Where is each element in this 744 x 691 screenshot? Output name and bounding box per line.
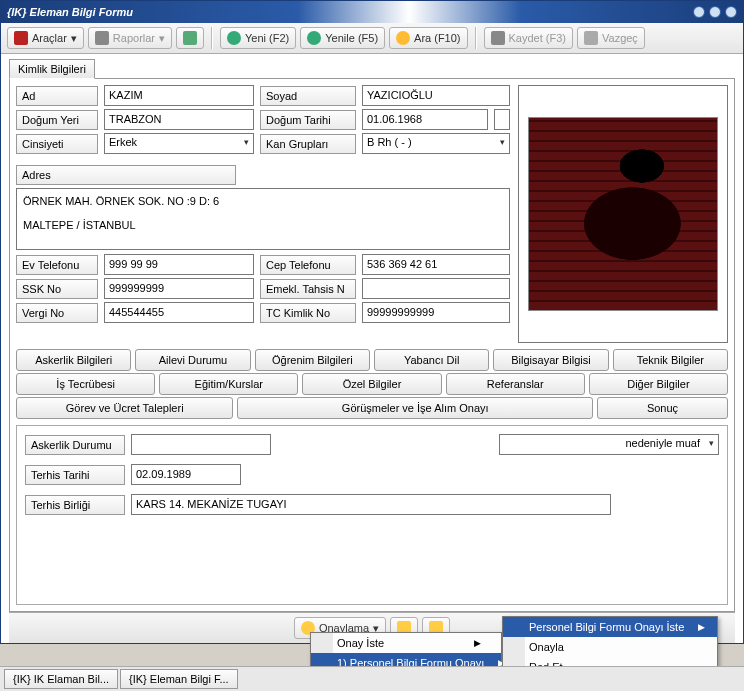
label-emekli: Emekl. Tahsis N (260, 279, 356, 299)
terhis-birligi-field[interactable]: KARS 14. MEKANİZE TUGAYI (131, 494, 611, 515)
refresh-icon (307, 31, 321, 45)
terhis-tarihi-field[interactable]: 02.09.1989 (131, 464, 241, 485)
btn-ozel[interactable]: Özel Bilgiler (302, 373, 441, 395)
btn-yabanci-dil[interactable]: Yabancı Dil (374, 349, 489, 371)
report-icon (95, 31, 109, 45)
ev-tel-field[interactable]: 999 99 99 (104, 254, 254, 275)
btn-ailevi[interactable]: Ailevi Durumu (135, 349, 250, 371)
chevron-down-icon: ▾ (159, 32, 165, 45)
cinsiyeti-select[interactable]: Erkek (104, 133, 254, 154)
titlebar: {IK} Eleman Bilgi Formu (1, 1, 743, 23)
ssk-field[interactable]: 999999999 (104, 278, 254, 299)
emekli-field[interactable] (362, 278, 510, 299)
label-ad: Ad (16, 86, 98, 106)
minimize-button[interactable] (693, 6, 705, 18)
label-cep-tel: Cep Telefonu (260, 255, 356, 275)
detail-buttons-row3: Görev ve Ücret Talepleri Görüşmeler ve İ… (16, 397, 728, 419)
adres-field[interactable]: ÖRNEK MAH. ÖRNEK SOK. NO :9 D: 6 MALTEPE… (16, 188, 510, 250)
label-cinsiyeti: Cinsiyeti (16, 134, 98, 154)
btn-gorusmeler[interactable]: Görüşmeler ve İşe Alım Onayı (237, 397, 593, 419)
label-soyad: Soyad (260, 86, 356, 106)
btn-ogrenim[interactable]: Öğrenim Bilgileri (255, 349, 370, 371)
detail-buttons-row2: İş Tecrübesi Eğitim/Kurslar Özel Bilgile… (16, 373, 728, 395)
tab-identity[interactable]: Kimlik Bilgileri (9, 59, 95, 79)
save-button[interactable]: Kaydet (F3) (484, 27, 573, 49)
tools-icon (14, 31, 28, 45)
main-toolbar: Araçlar▾ Raporlar▾ Yeni (F2) Yenile (F5)… (1, 23, 743, 54)
new-button[interactable]: Yeni (F2) (220, 27, 296, 49)
close-button[interactable] (725, 6, 737, 18)
reports-menu[interactable]: Raporlar▾ (88, 27, 172, 49)
vergi-field[interactable]: 445544455 (104, 302, 254, 323)
label-adres: Adres (16, 165, 236, 185)
label-kan-grup: Kan Grupları (260, 134, 356, 154)
label-ev-tel: Ev Telefonu (16, 255, 98, 275)
window-controls (693, 6, 737, 18)
label-ssk: SSK No (16, 279, 98, 299)
identity-panel: Ad KAZIM Soyad YAZICIOĞLU Doğum Yeri TRA… (9, 78, 735, 612)
label-vergi: Vergi No (16, 303, 98, 323)
print-icon (183, 31, 197, 45)
menu-onayla[interactable]: Onayla (503, 637, 717, 657)
plus-icon (227, 31, 241, 45)
cep-tel-field[interactable]: 536 369 42 61 (362, 254, 510, 275)
dogum-yeri-field[interactable]: TRABZON (104, 109, 254, 130)
ad-field[interactable]: KAZIM (104, 85, 254, 106)
refresh-button[interactable]: Yenile (F5) (300, 27, 385, 49)
detail-buttons-row1: Askerlik Bilgileri Ailevi Durumu Öğrenim… (16, 349, 728, 371)
kan-grup-select[interactable]: B Rh ( - ) (362, 133, 510, 154)
tc-field[interactable]: 99999999999 (362, 302, 510, 323)
print-button[interactable] (176, 27, 204, 49)
soyad-field[interactable]: YAZICIOĞLU (362, 85, 510, 106)
save-icon (491, 31, 505, 45)
btn-referanslar[interactable]: Referanslar (446, 373, 585, 395)
photo-frame (518, 85, 728, 343)
doc-tab-1[interactable]: {IK} IK Elaman Bil... (4, 669, 118, 689)
btn-bilgisayar[interactable]: Bilgisayar Bilgisi (493, 349, 608, 371)
undo-icon (584, 31, 598, 45)
label-dogum-tarihi: Doğum Tarihi (260, 110, 356, 130)
btn-diger[interactable]: Diğer Bilgiler (589, 373, 728, 395)
chevron-down-icon: ▾ (71, 32, 77, 45)
submenu-arrow-icon: ▶ (474, 638, 481, 648)
label-askerlik-durumu: Askerlik Durumu (25, 435, 125, 455)
muaf-select[interactable]: nedeniyle muaf (499, 434, 719, 455)
search-button[interactable]: Ara (F10) (389, 27, 467, 49)
label-terhis-birligi: Terhis Birliği (25, 495, 125, 515)
maximize-button[interactable] (709, 6, 721, 18)
cancel-button[interactable]: Vazgeç (577, 27, 645, 49)
doc-tab-2[interactable]: {IK} Eleman Bilgi F... (120, 669, 238, 689)
btn-teknik[interactable]: Teknik Bilgiler (613, 349, 728, 371)
document-tabs: {IK} IK Elaman Bil... {IK} Eleman Bilgi … (0, 666, 744, 691)
btn-askerlik[interactable]: Askerlik Bilgileri (16, 349, 131, 371)
window-title: {IK} Eleman Bilgi Formu (7, 6, 133, 18)
date-picker-button[interactable] (494, 109, 510, 130)
btn-egitim[interactable]: Eğitim/Kurslar (159, 373, 298, 395)
label-dogum-yeri: Doğum Yeri (16, 110, 98, 130)
askerlik-durumu-field[interactable] (131, 434, 271, 455)
employee-photo (528, 117, 718, 311)
dogum-tarihi-field[interactable]: 01.06.1968 (362, 109, 488, 130)
btn-sonuc[interactable]: Sonuç (597, 397, 728, 419)
menu-onay-iste-header[interactable]: Personel Bilgi Formu Onayı İste▶ (503, 617, 717, 637)
label-terhis-tarihi: Terhis Tarihi (25, 465, 125, 485)
menu-onay-iste[interactable]: Onay İste▶ (311, 633, 501, 653)
submenu-arrow-icon: ▶ (698, 622, 705, 632)
btn-is-tecrubesi[interactable]: İş Tecrübesi (16, 373, 155, 395)
tools-menu[interactable]: Araçlar▾ (7, 27, 84, 49)
search-icon (396, 31, 410, 45)
btn-gorev-ucret[interactable]: Görev ve Ücret Talepleri (16, 397, 233, 419)
askerlik-subpanel: Askerlik Durumu nedeniyle muaf Terhis Ta… (16, 425, 728, 605)
label-tc: TC Kimlik No (260, 303, 356, 323)
